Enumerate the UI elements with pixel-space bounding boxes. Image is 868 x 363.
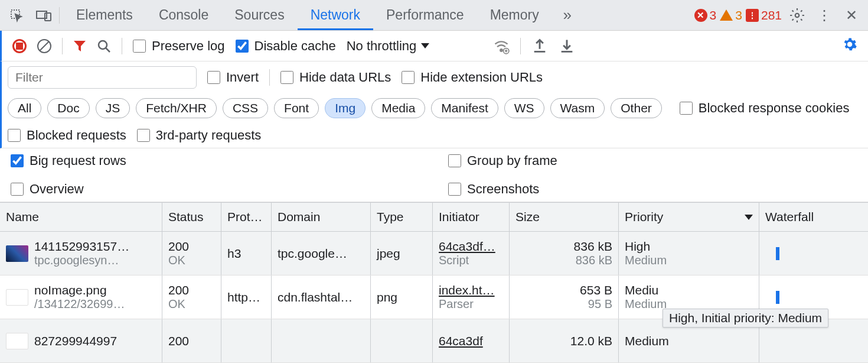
waterfall-bar [776, 247, 779, 260]
filter-pill-doc[interactable]: Doc [47, 98, 89, 118]
more-tabs-icon[interactable]: » [556, 4, 579, 27]
protocol: http… [221, 276, 272, 319]
screenshots-checkbox[interactable]: Screenshots [448, 182, 857, 197]
status-text: OK [168, 297, 215, 311]
initiator-type: Script [439, 254, 503, 267]
requests-table-header: Name Status Prot… Domain Type Initiator … [0, 202, 868, 232]
tab-memory[interactable]: Memory [477, 0, 552, 30]
import-har-icon[interactable] [559, 38, 575, 54]
inspect-icon[interactable] [5, 4, 28, 27]
status-code: 200 [168, 239, 215, 254]
svg-point-6 [501, 49, 503, 51]
waterfall-bar [776, 291, 779, 304]
col-size[interactable]: Size [510, 203, 619, 231]
svg-line-5 [106, 48, 110, 52]
filter-pill-ws[interactable]: WS [504, 98, 544, 118]
resource-size: 836 kB [515, 254, 612, 267]
type [371, 319, 433, 362]
tab-elements[interactable]: Elements [63, 0, 146, 30]
filter-pill-js[interactable]: JS [96, 98, 130, 118]
request-name: 141152993157… [34, 239, 156, 254]
status-code: 200 [168, 283, 215, 297]
divider [62, 38, 63, 54]
filter-pill-font[interactable]: Font [274, 98, 319, 118]
col-status[interactable]: Status [162, 203, 221, 231]
group-frame-checkbox[interactable]: Group by frame [448, 153, 857, 168]
device-toggle-icon[interactable] [32, 4, 56, 27]
status-text: OK [168, 254, 215, 267]
request-path: /134122/32699… [34, 297, 156, 311]
clear-button[interactable] [37, 39, 51, 53]
export-har-icon[interactable] [531, 38, 548, 54]
filter-pill-manifest[interactable]: Manifest [431, 98, 498, 118]
priority: High [625, 239, 753, 254]
invert-checkbox[interactable]: Invert [207, 70, 259, 85]
filter-pill-all[interactable]: All [8, 98, 41, 118]
request-path: tpc.googlesyn… [34, 254, 156, 267]
filter-pill-img[interactable]: Img [325, 98, 366, 118]
initiator-link[interactable]: 64ca3df… [439, 239, 503, 254]
divider [520, 38, 521, 54]
throttling-select[interactable]: No throttling [347, 38, 483, 54]
priority-tooltip: High, Initial priority: Medium [663, 309, 828, 328]
tab-console[interactable]: Console [146, 0, 221, 30]
request-thumbnail [6, 245, 28, 262]
hide-ext-urls-checkbox[interactable]: Hide extension URLs [402, 70, 543, 85]
hide-data-urls-checkbox[interactable]: Hide data URLs [280, 70, 391, 85]
network-conditions-icon[interactable] [493, 38, 510, 54]
overview-checkbox[interactable]: Overview [11, 182, 420, 197]
close-icon[interactable]: ✕ [840, 4, 863, 27]
initial-priority: Medium [625, 254, 753, 267]
filter-pill-wasm[interactable]: Wasm [550, 98, 605, 118]
transfer-size: 12.0 kB [515, 334, 612, 348]
table-row[interactable]: 141152993157…tpc.googlesyn… 200OK h3 tpc… [0, 232, 868, 276]
record-button[interactable] [12, 39, 27, 53]
request-thumbnail [6, 289, 28, 306]
settings-icon[interactable] [785, 4, 809, 27]
domain [272, 319, 371, 362]
col-name[interactable]: Name [0, 203, 162, 231]
tab-performance[interactable]: Performance [373, 0, 477, 30]
requests-table-body: 141152993157…tpc.googlesyn… 200OK h3 tpc… [0, 232, 868, 363]
network-settings-icon[interactable] [842, 37, 857, 56]
filter-input[interactable] [8, 66, 197, 89]
waterfall-cell [759, 232, 868, 275]
initiator-link[interactable]: 64ca3df [439, 334, 503, 348]
third-party-checkbox[interactable]: 3rd-party requests [137, 128, 262, 143]
issues-badge[interactable]: ⋮281 [746, 8, 782, 22]
svg-rect-2 [45, 13, 51, 21]
error-badge[interactable]: ✕3 [694, 8, 717, 22]
svg-point-4 [99, 41, 107, 49]
type-filter-pills: AllDocJSFetch/XHRCSSFontImgMediaManifest… [8, 98, 662, 118]
filter-pill-other[interactable]: Other [611, 98, 662, 118]
filter-pill-css[interactable]: CSS [223, 98, 268, 118]
warning-badge[interactable]: 3 [720, 8, 742, 22]
disable-cache-checkbox[interactable]: Disable cache [236, 38, 336, 54]
tab-network[interactable]: Network [298, 0, 373, 30]
filter-icon[interactable] [73, 40, 86, 52]
col-priority[interactable]: Priority [619, 203, 759, 231]
search-icon[interactable] [97, 39, 111, 53]
preserve-log-checkbox[interactable]: Preserve log [133, 38, 225, 54]
divider [269, 69, 270, 86]
filter-pill-fetch-xhr[interactable]: Fetch/XHR [136, 98, 217, 118]
tab-sources[interactable]: Sources [221, 0, 297, 30]
big-rows-checkbox[interactable]: Big request rows [11, 153, 420, 168]
col-protocol[interactable]: Prot… [221, 203, 272, 231]
divider [59, 7, 60, 24]
domain: tpc.google… [272, 232, 371, 275]
col-waterfall[interactable]: Waterfall [759, 203, 868, 231]
filter-bar: Invert Hide data URLs Hide extension URL… [0, 61, 868, 148]
col-domain[interactable]: Domain [272, 203, 371, 231]
kebab-icon[interactable]: ⋮ [812, 4, 836, 27]
col-initiator[interactable]: Initiator [433, 203, 510, 231]
initiator-link[interactable]: index.ht… [439, 283, 503, 297]
blocked-cookies-checkbox[interactable]: Blocked response cookies [680, 101, 850, 116]
request-thumbnail [6, 333, 28, 349]
devtools-tabbar: ElementsConsoleSourcesNetworkPerformance… [0, 0, 868, 31]
filter-pill-media[interactable]: Media [371, 98, 425, 118]
col-type[interactable]: Type [371, 203, 433, 231]
priority: Medium [625, 334, 753, 348]
blocked-requests-checkbox[interactable]: Blocked requests [8, 128, 126, 143]
priority: Mediu [625, 283, 753, 297]
